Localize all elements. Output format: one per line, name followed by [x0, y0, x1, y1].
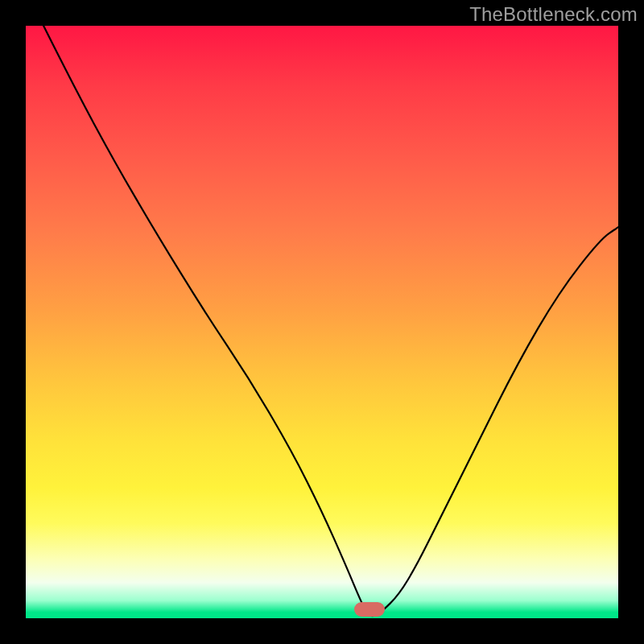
curve-svg: [26, 26, 618, 618]
chart-frame: TheBottleneck.com: [0, 0, 644, 644]
bottleneck-curve: [43, 26, 618, 616]
watermark-text: TheBottleneck.com: [469, 3, 638, 26]
optimal-marker: [354, 602, 385, 617]
plot-area: [26, 26, 618, 618]
